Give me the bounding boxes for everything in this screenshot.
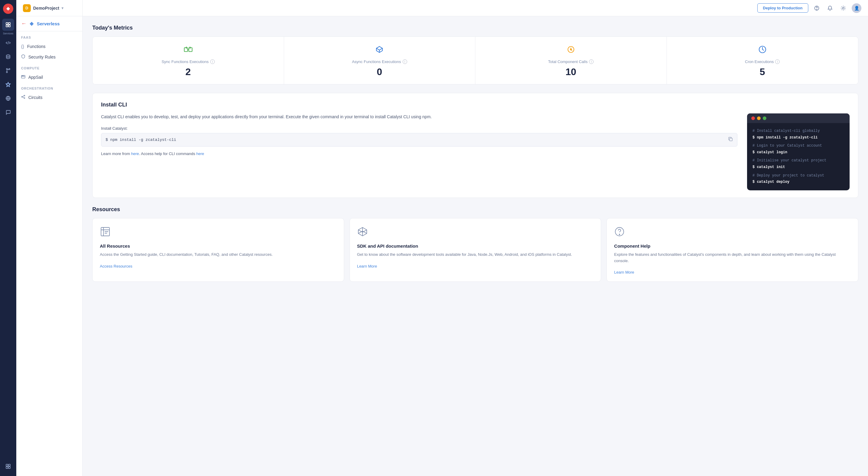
sync-info-icon[interactable]: i — [210, 59, 215, 64]
async-icon — [375, 44, 384, 56]
settings-icon[interactable] — [838, 3, 848, 13]
topbar: D DemoProject ▾ — [16, 0, 82, 16]
sync-icon — [183, 44, 193, 56]
cli-inner: Catalyst CLI enables you to develop, tes… — [101, 113, 849, 190]
svg-rect-3 — [8, 25, 10, 27]
resource-sdk: SDK and API documentation Get to know ab… — [349, 218, 601, 282]
services-icon[interactable] — [2, 19, 14, 31]
sidebar-item-label-security: Security Rules — [28, 55, 56, 59]
help-link[interactable]: Learn More — [614, 270, 634, 274]
cli-command-box: $ npm install -g zcatalyst-cli — [101, 133, 737, 147]
terminal-line-2: $ npm install -g zcatalyst-cli — [752, 135, 844, 141]
metrics-grid: Sync Functions Executions i 2 Async Func… — [92, 36, 858, 85]
all-resources-link[interactable]: Access Resources — [100, 264, 132, 268]
svg-line-4 — [8, 41, 8, 44]
sync-value: 2 — [185, 66, 191, 78]
terminal-dot-yellow — [757, 116, 761, 120]
learn-link-2[interactable]: here — [196, 151, 204, 156]
svg-point-5 — [6, 55, 10, 56]
sidebar-sections: FAAS {} Functions Security Rules COMPUTE — [16, 31, 82, 102]
svg-rect-12 — [8, 464, 10, 466]
svg-point-32 — [619, 234, 620, 235]
sidebar-item-label-functions: Functions — [27, 44, 45, 49]
globe-icon[interactable] — [2, 92, 14, 105]
sidebar-item-label-circuits: Circuits — [28, 95, 42, 100]
chat-icon[interactable] — [2, 106, 14, 118]
section-label-faas: FAAS — [16, 31, 82, 41]
metric-async: Async Functions Executions i 0 — [284, 37, 476, 84]
all-resources-icon — [100, 226, 337, 239]
section-label-orchestration: ORCHESTRATION — [16, 82, 82, 92]
svg-point-16 — [22, 76, 23, 76]
help-circle-icon — [614, 226, 851, 239]
cli-left: Catalyst CLI enables you to develop, tes… — [101, 113, 737, 156]
sdk-title: SDK and API documentation — [357, 243, 594, 248]
icon-rail: Services — [0, 0, 16, 476]
learn-link-1[interactable]: here — [131, 151, 139, 156]
appsail-icon — [21, 75, 25, 80]
svg-rect-0 — [6, 23, 8, 24]
component-info-icon[interactable]: i — [589, 59, 593, 64]
terminal-line-6: $ catalyst init — [752, 164, 844, 171]
cron-info-icon[interactable]: i — [775, 59, 780, 64]
metric-component: Total Component Calls i 10 — [475, 37, 667, 84]
sidebar-item-functions[interactable]: {} Functions — [16, 41, 82, 52]
svg-point-17 — [23, 76, 24, 76]
sidebar-item-security-rules[interactable]: Security Rules — [16, 52, 82, 62]
svg-rect-11 — [6, 464, 8, 466]
star-icon[interactable] — [2, 79, 14, 90]
chevron-down-icon[interactable]: ▾ — [62, 6, 63, 10]
services-label: Services — [3, 32, 13, 35]
bell-icon[interactable] — [825, 3, 835, 13]
app-logo[interactable] — [3, 4, 13, 14]
code-icon[interactable] — [2, 37, 14, 49]
resources-title: Resources — [92, 206, 858, 213]
svg-point-27 — [570, 49, 571, 50]
sync-label: Sync Functions Executions i — [162, 59, 215, 64]
cron-icon — [757, 44, 767, 56]
resource-help: Component Help Explore the features and … — [607, 218, 858, 282]
grid-bottom-icon[interactable] — [2, 460, 14, 472]
main-wrapper: Deploy to Production 👤 Today's Metrics — [83, 0, 868, 476]
services-rail-item[interactable]: Services — [2, 19, 14, 35]
main-topbar: Deploy to Production 👤 — [83, 0, 868, 16]
project-selector[interactable]: D DemoProject ▾ — [23, 4, 63, 12]
terminal-dot-green — [763, 116, 766, 120]
cli-description: Catalyst CLI enables you to develop, tes… — [101, 113, 737, 121]
metrics-title: Today's Metrics — [92, 25, 858, 31]
all-resources-desc: Access the Getting Started guide, CLI do… — [100, 251, 337, 258]
deploy-button[interactable]: Deploy to Production — [757, 3, 808, 13]
terminal-window: # Install catalyst-cli globally $ npm in… — [747, 113, 849, 190]
cron-label: Cron Executions i — [745, 59, 780, 64]
sdk-icon — [357, 226, 594, 239]
help-icon[interactable] — [812, 3, 822, 13]
avatar[interactable]: 👤 — [852, 3, 861, 13]
project-name: DemoProject — [33, 6, 59, 10]
sidebar-header: ← Serverless — [16, 16, 82, 31]
copy-icon[interactable] — [728, 137, 733, 143]
content-area: Today's Metrics Sync Functions Execution… — [83, 16, 868, 476]
terminal-titlebar — [747, 113, 849, 123]
git-icon[interactable] — [2, 64, 14, 77]
arrow-back-icon[interactable]: ← — [21, 21, 27, 27]
database-icon[interactable] — [2, 51, 14, 63]
cli-command: $ npm install -g zcatalyst-cli — [105, 138, 176, 142]
svg-point-23 — [842, 7, 844, 9]
serverless-icon — [29, 21, 34, 27]
shield-icon — [21, 54, 25, 59]
component-value: 10 — [565, 66, 576, 78]
sidebar-item-appsail[interactable]: AppSail — [16, 72, 82, 82]
cli-section: Install CLI Catalyst CLI enables you to … — [92, 93, 858, 198]
svg-point-20 — [24, 98, 25, 99]
svg-point-22 — [816, 9, 817, 10]
sidebar-item-circuits[interactable]: Circuits — [16, 92, 82, 102]
async-value: 0 — [377, 66, 382, 78]
sdk-link[interactable]: Learn More — [357, 264, 377, 268]
terminal-line-1: # Install catalyst-cli globally — [752, 128, 844, 135]
cli-learn-more: Learn more from here. Access help for CL… — [101, 151, 737, 156]
async-info-icon[interactable]: i — [403, 59, 407, 64]
svg-point-19 — [24, 95, 25, 96]
svg-rect-29 — [730, 138, 732, 141]
sidebar-title: Serverless — [37, 21, 60, 26]
terminal-line-7: # Deploy your project to catalyst — [752, 173, 844, 179]
